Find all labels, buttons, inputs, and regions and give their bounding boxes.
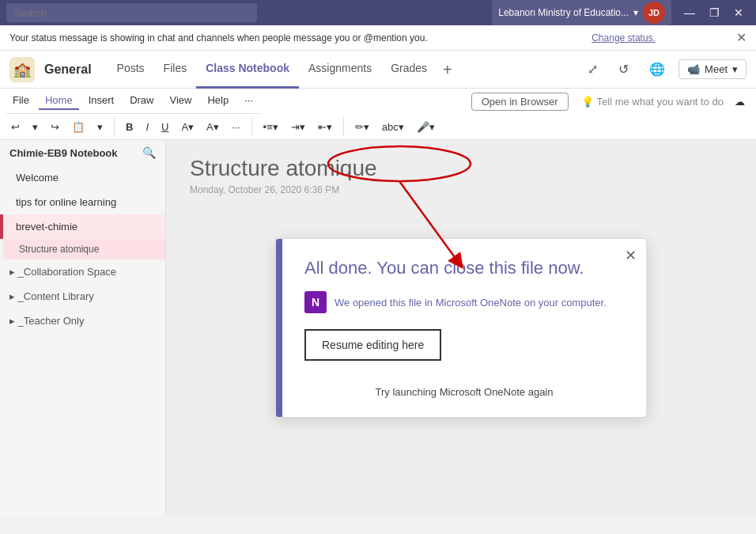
bullets-button[interactable]: •≡▾ [259,119,283,135]
bold-button[interactable]: B [121,119,138,135]
camera-icon: 📹 [687,63,700,75]
menu-file[interactable]: File [6,92,36,110]
sidebar-item-brevet[interactable]: brevet-chimie [0,214,165,239]
dialog-onenote-text: We opened this file in Microsoft OneNote… [335,297,607,309]
style-button[interactable]: ✏▾ [350,119,374,135]
cloud-icon[interactable]: ☁ [730,93,750,110]
tell-me-bar[interactable]: 💡 Tell me what you want to do [581,96,724,108]
minimize-button[interactable]: — [678,5,701,21]
dialog-body: ✕ All done. You can close this file now.… [276,239,646,417]
onenote-icon: N [304,291,327,313]
highlight-button[interactable]: A▾ [176,119,198,135]
search-input[interactable] [6,3,257,22]
dialog-onenote-line: N We opened this file in Microsoft OneNo… [304,291,624,313]
title-bar: Lebanon Ministry of Educatio... ▾ JD — ❐… [0,0,756,25]
lightbulb-icon: 💡 [581,96,594,108]
undo-chevron[interactable]: ▾ [28,119,43,135]
separator-1 [114,117,115,136]
menu-view[interactable]: View [164,92,198,110]
tab-grades[interactable]: Grades [381,51,437,89]
dictate-button[interactable]: 🎤▾ [412,119,440,135]
status-message: Your status message is showing in chat a… [9,32,428,44]
sidebar: Chimie-EB9 Notebook 🔍 Welcome tips for o… [0,140,166,516]
status-close-button[interactable]: ✕ [736,30,747,45]
dialog-overlay: ✕ All done. You can close this file now.… [166,140,756,516]
org-selector[interactable]: Lebanon Ministry of Educatio... ▾ JD [492,0,671,25]
sidebar-subpage-item[interactable]: Structure atomique [3,239,165,259]
italic-button[interactable]: I [141,119,153,135]
status-bar: Your status message is showing in chat a… [0,25,756,51]
ribbon-menu: File Home Insert Draw View Help ··· [6,89,259,114]
tab-files[interactable]: Files [154,51,197,89]
globe-icon[interactable]: 🌐 [642,58,672,81]
outdent-button[interactable]: ⇤▾ [313,119,337,135]
sidebar-item-content[interactable]: ▸ _Content Library [0,284,165,309]
menu-more[interactable]: ··· [238,92,259,110]
redo-button[interactable]: ↪ [46,119,64,135]
sidebar-item-teacher[interactable]: ▸ _Teacher Only [0,309,165,333]
change-status-link[interactable]: Change status. [592,32,656,44]
menu-help[interactable]: Help [201,92,235,110]
tell-me-text: Tell me what you want to do [597,96,724,108]
channel-name: General [44,62,92,77]
sidebar-header: Chimie-EB9 Notebook 🔍 [0,140,165,165]
font-color-button[interactable]: A▾ [202,119,224,135]
dialog-accent-bar [276,239,282,417]
avatar: JD [643,2,665,24]
underline-button[interactable]: U [157,119,173,135]
meet-label: Meet [705,63,728,75]
header-actions: ⤢ ↺ 🌐 📹 Meet ▾ [580,58,747,81]
sidebar-item-welcome[interactable]: Welcome [0,165,165,190]
ribbon-tools-row: ↩ ▾ ↪ 📋 ▾ B I U A▾ A▾ ··· •≡▾ ⇥▾ ⇤▾ ✏▾ a… [6,114,750,139]
dialog: ✕ All done. You can close this file now.… [275,238,647,418]
close-button[interactable]: ✕ [728,5,750,21]
tab-assignments[interactable]: Assignments [299,51,381,89]
app-logo: 🏫 [9,57,35,82]
menu-insert[interactable]: Insert [82,92,121,110]
tab-class-notebook[interactable]: Class Notebook [196,51,299,89]
app-header: 🏫 General Posts Files Class Notebook Ass… [0,51,756,89]
notebook-title: Chimie-EB9 Notebook [9,147,136,159]
clipboard-button[interactable]: 📋 [67,119,89,135]
open-in-browser-button[interactable]: Open in Browser [471,93,569,111]
menu-draw[interactable]: Draw [123,92,160,110]
page-content: Structure atomique Monday, October 26, 2… [166,140,756,516]
clipboard-chevron[interactable]: ▾ [93,119,108,135]
meet-button[interactable]: 📹 Meet ▾ [679,59,747,79]
org-name: Lebanon Ministry of Educatio... [498,7,629,18]
indent-button[interactable]: ⇥▾ [286,119,310,135]
undo-button[interactable]: ↩ [6,119,25,135]
menu-home[interactable]: Home [39,92,79,110]
refresh-icon[interactable]: ↺ [611,58,636,81]
sidebar-item-collaboration[interactable]: ▸ _Collaboration Space [0,259,165,284]
try-again-text[interactable]: Try launching Microsoft OneNote again [304,386,624,398]
dialog-close-button[interactable]: ✕ [625,247,637,264]
more-button[interactable]: ··· [227,119,245,135]
sidebar-search-icon[interactable]: 🔍 [142,146,156,159]
meet-chevron-icon: ▾ [732,63,738,75]
separator-3 [343,117,344,136]
main-area: Chimie-EB9 Notebook 🔍 Welcome tips for o… [0,140,756,516]
nav-tabs: Posts Files Class Notebook Assignments G… [108,51,459,89]
dialog-title: All done. You can close this file now. [304,258,624,278]
sidebar-item-tips[interactable]: tips for online learning [0,190,165,214]
ribbon: File Home Insert Draw View Help ··· Open… [0,89,756,140]
window-controls: — ❐ ✕ [678,5,750,21]
separator-2 [251,117,252,136]
expand-icon[interactable]: ⤢ [580,58,605,81]
add-tab-button[interactable]: + [437,51,459,89]
chevron-down-icon: ▾ [633,7,638,18]
resume-editing-button[interactable]: Resume editing here [304,329,441,361]
tab-posts[interactable]: Posts [108,51,154,89]
spelling-button[interactable]: abc▾ [377,119,409,135]
sidebar-subpage-structure[interactable]: Structure atomique [0,239,165,259]
restore-button[interactable]: ❐ [703,5,726,21]
